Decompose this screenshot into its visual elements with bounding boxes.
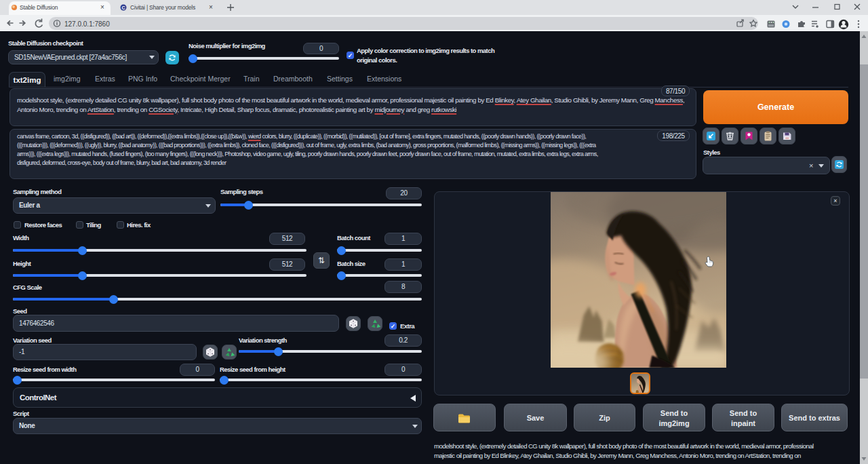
svg-text:C: C xyxy=(121,5,125,10)
